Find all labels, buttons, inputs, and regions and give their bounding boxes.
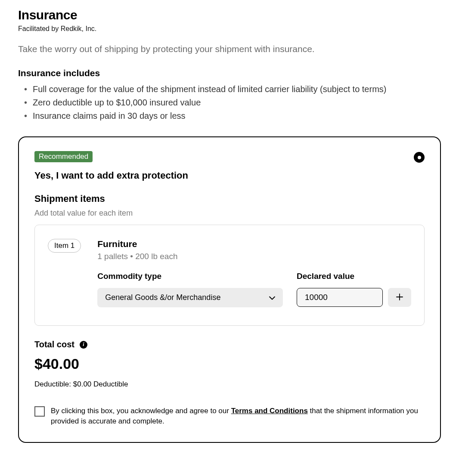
terms-and-conditions-link[interactable]: Terms and Conditions [231,407,308,415]
page-title: Insurance [18,8,441,22]
terms-text: By clicking this box, you acknowledge an… [51,406,425,427]
add-item-button[interactable] [388,288,411,307]
item-number-pill: Item 1 [48,239,81,253]
includes-list: Full coverage for the value of the shipm… [18,84,441,121]
chevron-down-icon [269,293,275,302]
shipment-items-subtitle: Add total value for each item [34,209,425,218]
commodity-type-select[interactable]: General Goods &/or Merchandise [97,288,283,307]
radio-dot-icon [418,156,421,159]
commodity-type-label: Commodity type [97,272,283,281]
includes-item: Insurance claims paid in 30 days or less [26,111,441,121]
item-name: Furniture [97,239,411,249]
item-box: Item 1 Furniture 1 pallets • 200 lb each… [34,225,425,326]
intro-text: Take the worry out of shipping by protec… [18,44,441,54]
terms-prefix: By clicking this box, you acknowledge an… [51,407,231,415]
item-meta: 1 pallets • 200 lb each [97,252,411,261]
declared-value-input[interactable] [297,288,383,307]
plus-icon [396,292,403,303]
total-cost-amount: $40.00 [34,355,425,372]
includes-item: Zero deductible up to $10,000 insured va… [26,98,441,108]
includes-item: Full coverage for the value of the shipm… [26,84,441,94]
commodity-type-value: General Goods &/or Merchandise [105,293,220,302]
shipment-items-title: Shipment items [34,193,425,204]
card-title: Yes, I want to add extra protection [34,170,425,181]
total-cost-label: Total cost [34,340,74,349]
declared-value-label: Declared value [297,272,411,281]
includes-title: Insurance includes [18,68,441,78]
deductible-text: Deductible: $0.00 Deductible [34,380,425,389]
radio-selected[interactable] [414,152,425,163]
insurance-card: Recommended Yes, I want to add extra pro… [18,136,441,443]
terms-checkbox[interactable] [34,406,45,417]
recommended-badge: Recommended [34,151,93,162]
info-icon[interactable]: i [80,341,87,349]
facilitator-text: Facilitated by Redkik, Inc. [18,25,441,33]
